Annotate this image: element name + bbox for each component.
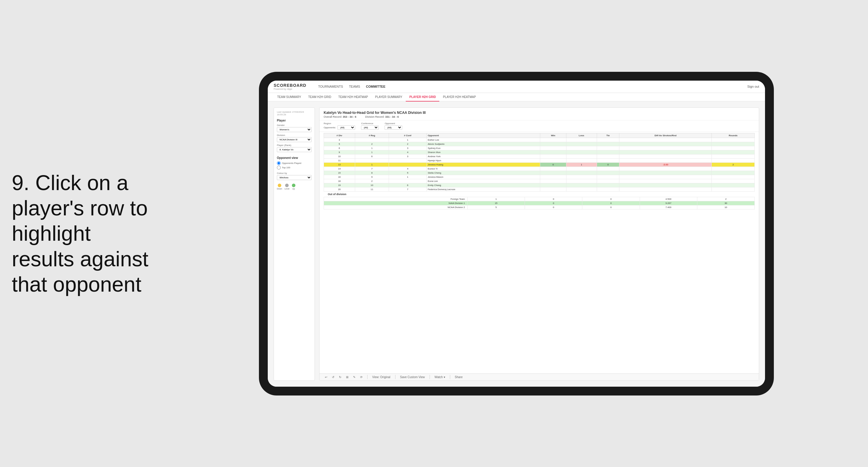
conference-filter: Conference (All) <box>361 122 379 130</box>
radio-top100[interactable]: Top 100 <box>277 166 312 169</box>
opponent-view: Opponent view Opponents Played Top 100 <box>277 156 312 169</box>
division-record-label: Division Record: 331 - 34 - 6 <box>365 115 399 118</box>
nav-tournaments[interactable]: TOURNAMENTS <box>318 84 343 89</box>
toolbar-sep-2 <box>395 375 396 379</box>
out-of-div-row[interactable]: Foreign Team1004.5002 <box>324 197 755 201</box>
nav-links: TOURNAMENTS TEAMS COMMITTEE <box>318 84 385 89</box>
view-original-btn[interactable]: View: Original <box>371 375 392 379</box>
table-row[interactable]: 1474Eunice Yi <box>324 166 755 171</box>
redo-back-btn[interactable]: ↺ <box>331 375 335 379</box>
table-row[interactable]: 613Sydney Kuo <box>324 146 755 150</box>
grid-title: Katelyn Vo Head-to-Head Grid for Women's… <box>324 111 755 115</box>
col-opponent: Opponent <box>426 133 540 138</box>
device-frame: SCOREBOARD Powered by clippi TOURNAMENTS… <box>259 72 774 396</box>
col-win: Win <box>540 133 566 138</box>
table-row[interactable]: 522Alexis Sudjianto <box>324 142 755 146</box>
table-row[interactable]: 131Jessica Huang010-3.002 <box>324 162 755 166</box>
share-btn[interactable]: Share <box>454 375 464 379</box>
grid-table-wrapper: # Div # Reg # Conf Opponent Win Loss Tie… <box>319 132 759 373</box>
toolbar-sep-1 <box>367 375 368 379</box>
table-row[interactable]: 1063Andrea York <box>324 154 755 158</box>
radio-opponents-played[interactable]: Opponents Played <box>277 161 312 165</box>
instruction-text: 9. Click on a player's row to highlight … <box>12 170 153 297</box>
col-diff: Diff Av Strokes/Rnd <box>619 133 712 138</box>
table-row[interactable]: 914Sharon Mun <box>324 150 755 154</box>
tab-player-summary[interactable]: PLAYER SUMMARY <box>372 93 406 101</box>
last-updated: Last Updated: 27/03/2024 16:55:28 <box>277 111 312 116</box>
dot-up: Up <box>292 184 296 190</box>
nav-committee[interactable]: COMMITTEE <box>366 84 385 89</box>
division-select[interactable]: NCAA Division III <box>277 137 312 142</box>
refresh-btn[interactable]: ⟳ <box>359 375 364 379</box>
player-rank-label: Player (Rank) <box>277 144 312 147</box>
opponent-select[interactable]: (All) <box>384 125 402 130</box>
undo-btn[interactable]: ↩ <box>324 375 329 379</box>
logo-sub: Powered by clippi <box>274 88 306 90</box>
dot-down: Down <box>277 184 282 190</box>
player-rank-select[interactable]: 8. Katelyn Vo <box>277 147 312 152</box>
col-reg: # Reg <box>355 133 389 138</box>
h2h-table: # Div # Reg # Conf Opponent Win Loss Tie… <box>324 133 755 192</box>
sub-nav: TEAM SUMMARY TEAM H2H GRID TEAM H2H HEAT… <box>268 93 765 101</box>
tab-team-h2h-heatmap[interactable]: TEAM H2H HEATMAP <box>335 93 372 101</box>
pencil-btn[interactable]: ✎ <box>352 375 356 379</box>
filter-row: Region Opponents: (All) Conference <box>319 120 759 132</box>
grid-records: Overall Record: 353 - 34 - 6 Division Re… <box>324 115 755 118</box>
save-custom-btn[interactable]: Save Custom View <box>399 375 426 379</box>
colour-dots: Down Level Up <box>277 184 312 190</box>
dot-level: Level <box>284 184 289 190</box>
col-loss: Loss <box>566 133 597 138</box>
grid-header: Katelyn Vo Head-to-Head Grid for Women's… <box>319 108 759 120</box>
region-filter: Region Opponents: (All) <box>324 122 355 130</box>
colour-by-select[interactable]: Win/loss <box>277 175 312 180</box>
tab-player-h2h-grid[interactable]: PLAYER H2H GRID <box>406 93 439 101</box>
dot-down-icon <box>278 184 281 187</box>
out-of-div-row[interactable]: NAIA Division 115009.26730 <box>324 201 755 205</box>
player-section-title: Player <box>277 119 312 122</box>
table-row[interactable]: 20117Federica Domecq Lacroze <box>324 187 755 191</box>
toolbar-sep-3 <box>430 375 430 379</box>
logo-text: SCOREBOARD <box>274 83 306 88</box>
opponent-filter: Opponent (All) <box>384 122 402 130</box>
table-row[interactable]: 19106Emily Chang <box>324 183 755 187</box>
col-div: # Div <box>324 133 355 138</box>
conference-select[interactable]: (All) <box>361 125 379 130</box>
nav-bar: SCOREBOARD Powered by clippi TOURNAMENTS… <box>268 81 765 93</box>
screen: SCOREBOARD Powered by clippi TOURNAMENTS… <box>268 81 765 387</box>
dot-level-icon <box>285 184 289 187</box>
out-of-division-label: Out of division <box>324 192 755 197</box>
crop-btn[interactable]: ⊞ <box>345 375 349 379</box>
overall-record-label: Overall Record: 353 - 34 - 6 <box>324 115 356 118</box>
sign-out[interactable]: Sign out <box>747 85 759 88</box>
content-area: Last Updated: 27/03/2024 16:55:28 Player… <box>268 101 765 387</box>
col-conf: # Conf <box>389 133 426 138</box>
col-rounds: Rounds <box>712 133 755 138</box>
col-tie: Tie <box>597 133 619 138</box>
nav-teams[interactable]: TEAMS <box>349 84 360 89</box>
tab-team-h2h-grid[interactable]: TEAM H2H GRID <box>305 93 335 101</box>
table-row[interactable]: 182Euna Lee <box>324 179 755 183</box>
region-select[interactable]: (All) <box>338 125 355 130</box>
instruction-panel: 9. Click on a player's row to highlight … <box>12 170 153 297</box>
colour-by-label: Colour by <box>277 172 312 175</box>
gender-select[interactable]: Women's <box>277 127 312 132</box>
tab-team-summary[interactable]: TEAM SUMMARY <box>274 93 305 101</box>
opponent-view-label: Opponent view <box>277 156 312 159</box>
redo-btn[interactable]: ↻ <box>338 375 342 379</box>
left-panel: Last Updated: 27/03/2024 16:55:28 Player… <box>274 107 315 381</box>
bottom-toolbar: ↩ ↺ ↻ ⊞ ✎ ⟳ View: Original Save Custom V… <box>319 373 759 380</box>
colour-by: Colour by Win/loss Down Level <box>277 172 312 190</box>
division-label: Division <box>277 134 312 136</box>
table-row[interactable]: 1691Jessica Mason <box>324 175 755 179</box>
tab-player-h2h-heatmap[interactable]: PLAYER H2H HEATMAP <box>439 93 479 101</box>
grid-panel: Katelyn Vo Head-to-Head Grid for Women's… <box>319 107 759 381</box>
dot-up-icon <box>292 184 296 187</box>
table-row[interactable]: 11Hyeejo Hyun <box>324 158 755 162</box>
gender-label: Gender <box>277 124 312 127</box>
table-row[interactable]: 31Esther Lee <box>324 138 755 142</box>
out-of-div-row[interactable]: NCAA Division 25007.40010 <box>324 205 755 209</box>
out-of-division-table: Foreign Team1004.5002NAIA Division 11500… <box>324 197 755 210</box>
toolbar-sep-4 <box>450 375 450 379</box>
table-row[interactable]: 1585Stella Cheng <box>324 171 755 175</box>
watch-btn[interactable]: Watch ▾ <box>433 375 446 379</box>
